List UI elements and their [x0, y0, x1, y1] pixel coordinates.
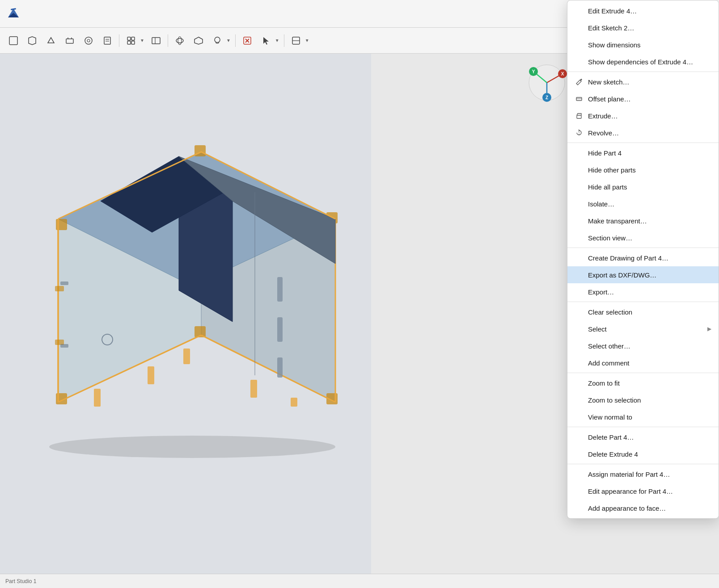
menu-item-export-dxf[interactable]: Export as DXF/DWG… [567, 266, 719, 283]
menu-icon-zoom-to-fit [575, 378, 584, 387]
menu-item-hide-other-parts[interactable]: Hide other parts [567, 161, 719, 178]
menu-icon-clear-selection [575, 307, 584, 316]
menu-item-hide-all-parts[interactable]: Hide all parts [567, 178, 719, 195]
toolbar-icon-11[interactable] [239, 33, 255, 49]
menu-label-export: Export… [588, 288, 711, 296]
menu-item-clear-selection[interactable]: Clear selection [567, 303, 719, 320]
toolbar-icon-5[interactable] [99, 33, 115, 49]
menu-item-select[interactable]: Select▶ [567, 320, 719, 337]
menu-item-new-sketch[interactable]: New sketch… [567, 73, 719, 90]
menu-item-revolve[interactable]: Revolve… [567, 124, 719, 141]
menu-label-revolve: Revolve… [588, 129, 711, 137]
toolbar-icon-8[interactable] [172, 33, 188, 49]
menu-item-add-appearance[interactable]: Add appearance to face… [567, 500, 719, 517]
svg-rect-53 [60, 344, 68, 348]
toolbar-icon-0[interactable] [5, 33, 21, 49]
menu-label-hide-part-4: Hide Part 4 [588, 149, 711, 157]
toolbar-icon-7[interactable] [148, 33, 164, 49]
svg-text:X: X [561, 71, 564, 76]
display-dropdown-arrow[interactable]: ▼ [304, 38, 310, 43]
menu-icon-hide-part-4 [575, 148, 584, 157]
cursor-dropdown-arrow[interactable]: ▼ [274, 38, 280, 43]
menu-item-isolate[interactable]: Isolate… [567, 195, 719, 212]
view-dropdown-group[interactable]: ▼ [123, 33, 145, 49]
menu-item-edit-extrude-4[interactable]: Edit Extrude 4… [567, 2, 719, 19]
menu-icon-new-sketch [575, 77, 584, 86]
svg-point-14 [176, 38, 183, 43]
menu-icon-select [575, 324, 584, 333]
menu-label-show-dependencies: Show dependencies of Extrude 4… [588, 58, 711, 66]
menu-label-hide-all-parts: Hide all parts [588, 183, 711, 191]
menu-item-export[interactable]: Export… [567, 283, 719, 300]
toolbar-icon-4[interactable] [80, 33, 97, 49]
svg-rect-8 [127, 37, 131, 40]
toolbar-icon-13[interactable] [288, 33, 304, 49]
toolbar-icon-10[interactable] [209, 33, 225, 49]
menu-item-show-dependencies[interactable]: Show dependencies of Extrude 4… [567, 53, 719, 70]
toolbar-icon-3[interactable] [62, 33, 78, 49]
menu-label-select: Select [588, 325, 703, 333]
menu-item-hide-part-4[interactable]: Hide Part 4 [567, 144, 719, 161]
menu-label-make-transparent: Make transparent… [588, 217, 711, 225]
menu-item-section-view[interactable]: Section view… [567, 229, 719, 246]
menu-icon-make-transparent [575, 216, 584, 225]
menu-icon-delete-extrude-4 [575, 449, 584, 458]
toolbar-icon-9[interactable] [190, 33, 207, 49]
menu-icon-assign-material [575, 470, 584, 479]
menu-icon-export [575, 287, 584, 296]
menu-label-clear-selection: Clear selection [588, 308, 711, 316]
menu-item-zoom-to-fit[interactable]: Zoom to fit [567, 374, 719, 391]
menu-label-edit-sketch-2: Edit Sketch 2… [588, 24, 711, 32]
menu-label-zoom-to-selection: Zoom to selection [588, 396, 711, 404]
toolbar-icon-12[interactable] [258, 33, 274, 49]
menu-item-offset-plane[interactable]: Offset plane… [567, 90, 719, 107]
menu-label-edit-extrude-4: Edit Extrude 4… [588, 7, 711, 15]
menu-item-zoom-to-selection[interactable]: Zoom to selection [567, 391, 719, 408]
menu-item-delete-part-4[interactable]: Delete Part 4… [567, 428, 719, 445]
menu-label-add-comment: Add comment [588, 359, 711, 367]
svg-rect-66 [577, 115, 581, 118]
view-gizmo[interactable]: X Y Z Top Front [527, 63, 567, 103]
toolbar-separator-3 [235, 34, 236, 47]
svg-rect-35 [183, 349, 190, 364]
menu-item-delete-extrude-4[interactable]: Delete Extrude 4 [567, 445, 719, 462]
menu-label-offset-plane: Offset plane… [588, 95, 711, 103]
svg-point-15 [178, 37, 182, 45]
menu-label-create-drawing: Create Drawing of Part 4… [588, 254, 711, 262]
menu-item-select-other[interactable]: Select other… [567, 337, 719, 354]
menu-item-add-comment[interactable]: Add comment [567, 354, 719, 371]
menu-item-edit-sketch-2[interactable]: Edit Sketch 2… [567, 19, 719, 36]
menu-item-assign-material[interactable]: Assign material for Part 4… [567, 466, 719, 483]
menu-label-edit-appearance: Edit appearance for Part 4… [588, 487, 711, 495]
menu-item-show-dimensions[interactable]: Show dimensions [567, 36, 719, 53]
menu-icon-export-dxf [575, 270, 584, 279]
display-group[interactable]: ▼ [288, 33, 310, 49]
menu-icon-view-normal-to [575, 412, 584, 421]
menu-icon-hide-all-parts [575, 182, 584, 191]
view-dropdown-arrow[interactable]: ▼ [139, 38, 145, 43]
menu-separator-after-view-normal-to [567, 427, 719, 427]
menu-item-view-normal-to[interactable]: View normal to [567, 408, 719, 425]
menu-item-extrude[interactable]: Extrude… [567, 107, 719, 124]
menu-label-delete-extrude-4: Delete Extrude 4 [588, 450, 711, 458]
menu-icon-create-drawing [575, 253, 584, 262]
canvas-area[interactable] [0, 54, 371, 588]
menu-item-make-transparent[interactable]: Make transparent… [567, 212, 719, 229]
menu-icon-edit-sketch-2 [575, 23, 584, 32]
menu-item-create-drawing[interactable]: Create Drawing of Part 4… [567, 249, 719, 266]
cursor-group[interactable]: ▼ [258, 33, 280, 49]
toolbar-icon-2[interactable] [43, 33, 59, 49]
menu-label-isolate: Isolate… [588, 200, 711, 208]
svg-rect-9 [131, 37, 135, 40]
status-bar: Part Studio 1 [0, 574, 719, 588]
toolbar-icon-1[interactable] [24, 33, 40, 49]
toolbar-icon-6[interactable] [123, 33, 139, 49]
menu-item-edit-appearance[interactable]: Edit appearance for Part 4… [567, 483, 719, 500]
appearance-dropdown-arrow[interactable]: ▼ [225, 38, 232, 43]
svg-rect-36 [250, 380, 257, 398]
app-logo [5, 6, 21, 22]
toolbar-separator-4 [284, 34, 284, 47]
toolbar-separator-2 [168, 34, 168, 47]
menu-label-new-sketch: New sketch… [588, 78, 711, 86]
appearance-group[interactable]: ▼ [209, 33, 232, 49]
